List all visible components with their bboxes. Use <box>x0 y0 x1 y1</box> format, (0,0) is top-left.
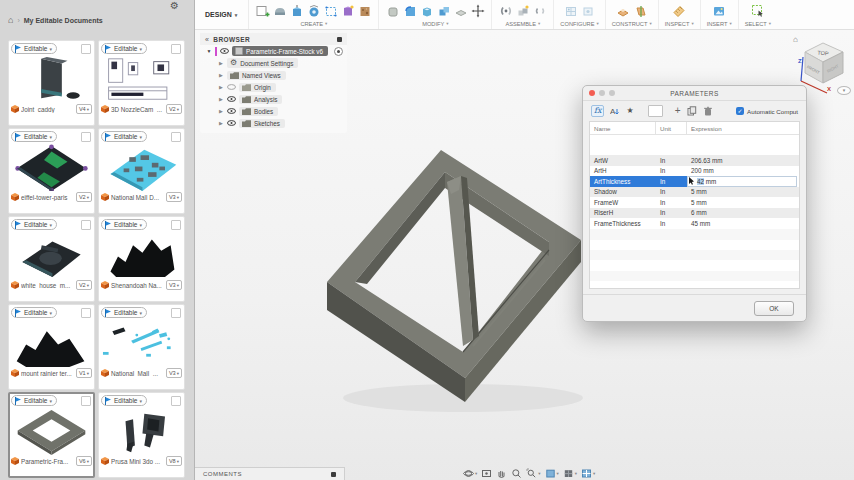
editable-badge[interactable]: Editable ▾ <box>11 307 57 318</box>
create-menu[interactable]: CREATE▾ <box>300 21 327 27</box>
editable-badge[interactable]: Editable ▾ <box>11 219 57 230</box>
orbit-tool[interactable]: ▾ <box>463 468 477 479</box>
document-card[interactable]: Editable ▾ 3D NozzleCam_... V2▾ <box>98 40 185 126</box>
document-name[interactable]: National Mall D... <box>111 194 164 201</box>
ok-button[interactable]: OK <box>754 301 794 316</box>
extrude-icon[interactable] <box>289 4 304 19</box>
zoom-tool[interactable] <box>511 468 522 479</box>
column-expression[interactable]: Expression <box>687 122 799 134</box>
axis-plane-icon[interactable] <box>633 4 648 19</box>
insert-image-icon[interactable] <box>712 4 727 19</box>
document-thumbnail[interactable] <box>11 408 92 455</box>
fx-parameter-icon[interactable]: fx <box>591 105 604 117</box>
document-card[interactable]: Editable ▾ eiffel-tower-paris V2▾ <box>8 128 95 214</box>
document-name[interactable]: National_Mall_... <box>111 370 164 377</box>
select-box-icon[interactable] <box>750 4 765 19</box>
create-form-icon[interactable] <box>340 4 355 19</box>
column-name[interactable]: Name <box>590 122 656 134</box>
grid-settings-tool[interactable]: ▾ <box>563 468 577 479</box>
disclosure-triangle-icon[interactable]: ▶ <box>218 72 224 78</box>
document-card[interactable]: Editable ▾ Joint_caddy V4▾ <box>8 40 95 126</box>
document-thumbnail[interactable] <box>11 144 92 191</box>
visibility-eye-icon[interactable] <box>227 96 236 102</box>
browser-item-sketches[interactable]: ▶ Sketches <box>200 117 347 129</box>
inspect-menu[interactable]: INSPECT▾ <box>665 21 694 27</box>
select-checkbox[interactable] <box>171 396 181 406</box>
home-view-icon[interactable]: ⌂ <box>793 35 798 44</box>
disclosure-triangle-icon[interactable]: ▶ <box>218 108 224 114</box>
document-thumbnail[interactable] <box>101 232 182 279</box>
version-select[interactable]: V4▾ <box>76 104 92 114</box>
document-thumbnail[interactable] <box>101 408 182 455</box>
version-select[interactable]: V3▾ <box>166 368 182 378</box>
document-name[interactable]: eiffel-tower-paris <box>21 194 74 201</box>
editable-badge[interactable]: Editable ▾ <box>101 395 147 406</box>
configure-menu[interactable]: CONFIGURE▾ <box>560 21 598 27</box>
document-name[interactable]: Shenandoah Na... <box>111 282 164 289</box>
document-thumbnail[interactable] <box>101 56 182 103</box>
column-unit[interactable]: Unit <box>656 122 687 134</box>
document-thumbnail[interactable] <box>11 320 92 367</box>
move-copy-icon[interactable] <box>470 4 485 19</box>
parameter-row[interactable]: ArtWIn206.63 mm <box>590 155 799 166</box>
document-thumbnail[interactable] <box>101 144 182 191</box>
document-thumbnail[interactable] <box>11 56 92 103</box>
modify-menu[interactable]: MODIFY▾ <box>422 21 448 27</box>
joint-icon[interactable] <box>498 4 513 19</box>
filter-input[interactable] <box>648 105 663 117</box>
document-name[interactable]: Joint_caddy <box>21 106 74 113</box>
as-built-joint-icon[interactable] <box>532 4 547 19</box>
parameter-row[interactable]: FrameThicknessIn45 mm <box>590 218 799 229</box>
activate-component-radio[interactable] <box>334 47 343 56</box>
document-name[interactable]: Parametric-Fra... <box>21 458 74 465</box>
select-checkbox[interactable] <box>171 220 181 230</box>
panel-menu-icon[interactable] <box>337 37 342 42</box>
document-thumbnail[interactable] <box>11 232 92 279</box>
sketch-pattern-icon[interactable] <box>323 4 338 19</box>
parameter-row[interactable]: RiserHIn6 mm <box>590 208 799 219</box>
editable-badge[interactable]: Editable ▾ <box>101 219 147 230</box>
disclosure-triangle-icon[interactable]: ▼ <box>206 48 212 54</box>
parameter-row-selected[interactable]: ArtThicknessIn 42 mm <box>590 176 799 187</box>
comments-panel[interactable]: COMMENTS <box>195 467 345 480</box>
browser-root-item[interactable]: ▼ Parametric-Frame-Stock v6 <box>200 45 347 57</box>
combine-icon[interactable] <box>436 4 451 19</box>
select-checkbox[interactable] <box>81 396 91 406</box>
select-checkbox[interactable] <box>81 220 91 230</box>
offset-plane-icon[interactable] <box>616 4 631 19</box>
version-select[interactable]: V8▾ <box>166 456 182 466</box>
pan-tool[interactable] <box>496 468 507 479</box>
select-checkbox[interactable] <box>81 132 91 142</box>
configuration-table-icon[interactable] <box>564 4 579 19</box>
document-name[interactable]: 3D NozzleCam_... <box>111 106 164 113</box>
favorite-star-icon[interactable]: ★ <box>626 106 633 116</box>
editable-badge[interactable]: Editable ▾ <box>11 43 57 54</box>
select-menu[interactable]: SELECT▾ <box>745 21 771 27</box>
document-name[interactable]: mount rainier ter... <box>21 370 74 377</box>
version-select[interactable]: V6▾ <box>76 456 92 466</box>
version-select[interactable]: V1▾ <box>76 368 92 378</box>
insert-menu[interactable]: INSERT▾ <box>707 21 732 27</box>
home-icon[interactable]: ⌂ <box>8 16 13 24</box>
configure-feature-icon[interactable] <box>581 4 596 19</box>
assemble-menu[interactable]: ASSEMBLE▾ <box>505 21 540 27</box>
dialog-titlebar[interactable]: PARAMETERS <box>583 86 806 101</box>
select-checkbox[interactable] <box>171 308 181 318</box>
form-icon[interactable] <box>272 4 287 19</box>
parameter-row[interactable]: FrameWIn5 mm <box>590 197 799 208</box>
select-checkbox[interactable] <box>81 44 91 54</box>
document-card[interactable]: Editable ▾ Shenandoah Na... V3▾ <box>98 216 185 302</box>
document-card[interactable]: Editable ▾ white_house_m... V2▾ <box>8 216 95 302</box>
minimize-icon[interactable] <box>599 90 605 96</box>
select-checkbox[interactable] <box>171 44 181 54</box>
close-icon[interactable] <box>589 90 595 96</box>
gear-icon[interactable]: ⚙ <box>170 0 179 12</box>
version-select[interactable]: V2▾ <box>76 280 92 290</box>
version-select[interactable]: V3▾ <box>166 280 182 290</box>
viewports-tool[interactable]: ▾ <box>581 468 595 479</box>
copy-icon[interactable] <box>687 106 697 116</box>
browser-item-document-settings[interactable]: ▶ ⚙Document Settings <box>200 57 347 69</box>
frame-model[interactable] <box>313 140 593 420</box>
look-at-tool[interactable] <box>481 468 492 479</box>
offset-face-icon[interactable] <box>453 4 468 19</box>
